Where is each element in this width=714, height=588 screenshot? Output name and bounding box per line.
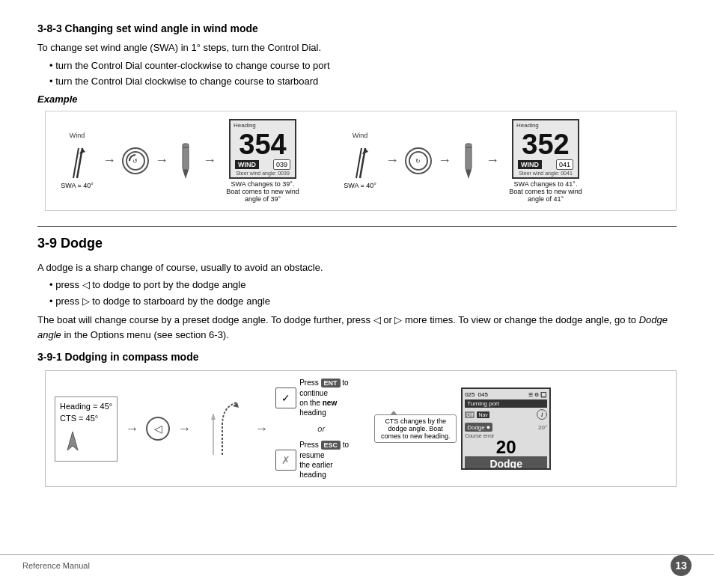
press-esc-box: Press ESC to resume the earlier heading: [299, 441, 367, 479]
display-bottom-right: WIND 041: [516, 159, 575, 170]
new-bold: new: [323, 399, 337, 407]
section-383-heading: 3-8-3 Changing set wind angle in wind mo…: [37, 22, 677, 34]
caption-balloon-area: CTS changes by the dodge angle. Boat com…: [374, 414, 457, 443]
step-arrow-2: →: [174, 421, 194, 437]
curve-path-svg: [198, 399, 247, 459]
page-number: 13: [671, 555, 692, 576]
section-383: 3-8-3 Changing set wind angle in wind mo…: [37, 22, 677, 211]
screen-top-nums: 025 045: [465, 391, 488, 398]
arrow-right-1: →: [103, 153, 116, 168]
step-arrow-1: →: [122, 421, 141, 437]
x-button[interactable]: ✗: [275, 450, 296, 471]
big-number-right: 352: [522, 130, 569, 159]
wind-badge-right: WIND: [518, 160, 542, 169]
section-383-example-box: Wind SWA = 40° →: [45, 111, 677, 211]
dodge-example-box: Heading = 45° CTS = 45° → ◁ →: [45, 370, 677, 487]
section-39: 3-9 Dodge A dodge is a sharp change of c…: [37, 236, 677, 488]
press-ent-box: Press ENT to continue on the new heading: [299, 379, 367, 417]
svg-marker-14: [466, 170, 472, 179]
cw-dial-svg: ↻: [408, 150, 429, 171]
section-391-heading: 3-9-1 Dodging in compass mode: [37, 351, 677, 363]
pen-icon-right: [458, 140, 479, 181]
wind-icon-left: Wind SWA = 40°: [58, 132, 97, 189]
caption-left: SWA changes to 39°. Boat comes to new wi…: [225, 180, 300, 203]
ent-key: ENT: [321, 379, 341, 388]
screen-big-num: 20: [496, 438, 516, 456]
section-39-heading: 3-9 Dodge: [37, 236, 677, 251]
steer-label-right: Steer wind angle: 0041: [519, 171, 573, 176]
heading-values: Heading = 45° CTS = 45°: [60, 400, 112, 425]
screen-mid-left: Off Nav: [465, 411, 489, 418]
display-left: Heading 354 WIND 039 Steer wind angle: 0…: [229, 119, 296, 179]
screen-units: 20°: [538, 424, 547, 431]
press-esc-text-3: the earlier: [299, 461, 332, 469]
example-label: Example: [37, 94, 677, 105]
esc-key: ESC: [321, 441, 341, 450]
section-383-body1: To change set wind angle (SWA) in 1° ste…: [37, 40, 677, 55]
dodge-angle-italic: Dodge angle: [37, 314, 668, 340]
heading-label-right: Heading: [516, 122, 539, 129]
display-right: Heading 352 WIND 041 Steer wind angle: 0…: [512, 119, 579, 179]
x-row: ✗ Press ESC to resume the earlier headin…: [275, 441, 367, 479]
or-label: or: [317, 424, 325, 433]
section-39-bullets: press ◁ to dodge to port by the dodge an…: [49, 278, 677, 308]
dodge-area: Dodge ● 20°: [465, 423, 547, 432]
heading-box: Heading = 45° CTS = 45°: [55, 396, 118, 462]
section-39-body1: A dodge is a sharp change of course, usu…: [37, 260, 677, 275]
small-num-left: 039: [273, 159, 290, 170]
diagram-right: Wind SWA = 40° →: [341, 132, 499, 189]
arrow-right-3: →: [203, 153, 216, 168]
screen-num2: 045: [478, 391, 488, 398]
press-text-2: continue: [299, 389, 328, 397]
section-383-bullets: turn the Control Dial counter-clockwise …: [49, 58, 677, 89]
wind-arrow-right: [346, 141, 374, 182]
heading-label-left: Heading: [234, 122, 256, 129]
screen-num1: 025: [465, 391, 475, 398]
press-text-3: on the new: [299, 399, 337, 407]
press-text-1: Press ENT to: [299, 379, 348, 388]
circle-dial-left: ↺: [122, 147, 149, 174]
press-esc-text-1: Press ESC to: [299, 441, 349, 450]
press-esc-text-2: resume: [299, 451, 324, 459]
press-text-4: heading: [299, 408, 326, 417]
big-number-left: 354: [239, 130, 286, 159]
svg-marker-6: [183, 170, 189, 179]
bullet-item-39-2: press ▷ to dodge to starboard by the dod…: [49, 294, 677, 309]
section-39-body2: The boat will change course by a preset …: [37, 313, 677, 342]
display-bottom-left: WIND 039: [234, 159, 292, 170]
small-num-right: 041: [556, 159, 573, 170]
dodge-footer: Dodge: [465, 456, 547, 470]
pen-icon-left: [175, 140, 196, 181]
footer-label: Reference Manual: [22, 561, 90, 570]
screen-top-row: 025 045 ☰ ⚙ 🔲: [465, 391, 547, 398]
step-arrow-3: →: [251, 421, 271, 437]
screen-display: 025 045 ☰ ⚙ 🔲 Turning port Off Nav: [461, 388, 551, 470]
dodge-port-btn[interactable]: ◁: [146, 417, 170, 441]
check-button[interactable]: ✓: [275, 388, 296, 408]
ccw-dial-svg: ↺: [125, 150, 146, 171]
wind-label-right: Wind: [353, 132, 368, 139]
svg-marker-16: [67, 432, 78, 450]
action-buttons: ✓ Press ENT to continue on the new headi…: [275, 379, 367, 479]
wind-icon-right: Wind SWA = 40°: [341, 132, 379, 189]
arrow-right-2: →: [155, 153, 168, 168]
arrow-right-6: →: [486, 153, 499, 168]
circle-dial-right: ↻: [405, 147, 432, 174]
screen-mid: Off Nav i: [465, 409, 547, 420]
arrow-right-5: →: [438, 153, 451, 168]
swa-label-left: SWA = 40°: [61, 182, 94, 189]
off-label: Off: [465, 411, 475, 418]
diagram-left: Wind SWA = 40° →: [58, 132, 216, 189]
svg-text:↻: ↻: [415, 158, 421, 165]
caption-balloon: CTS changes by the dodge angle. Boat com…: [374, 414, 457, 443]
press-esc-text-4: heading: [299, 471, 326, 479]
bullet-item: turn the Control Dial clockwise to chang…: [49, 74, 677, 89]
curve-path-box: [198, 399, 247, 459]
swa-label-right: SWA = 40°: [344, 182, 376, 189]
svg-marker-18: [211, 414, 216, 420]
section-divider: [37, 226, 677, 227]
arrow-right-4: →: [385, 153, 399, 168]
wind-label-left: Wind: [70, 132, 85, 139]
page-footer: Reference Manual 13: [0, 554, 714, 576]
screen-bottom: 20 Dodge: [465, 438, 547, 470]
